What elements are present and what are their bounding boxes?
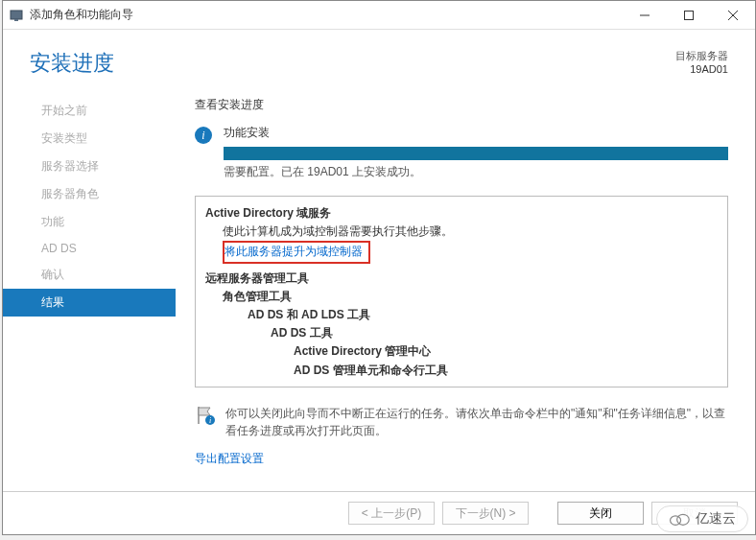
note-text: 你可以关闭此向导而不中断正在运行的任务。请依次单击命令栏中的"通知"和"任务详细… bbox=[225, 405, 728, 439]
window-controls bbox=[623, 1, 755, 30]
progress-bar bbox=[224, 147, 728, 160]
next-button: 下一步(N) > bbox=[442, 502, 529, 525]
main-panel: 查看安装进度 i 功能安装 需要配置。已在 19AD01 上安装成功。 Acti… bbox=[176, 87, 755, 491]
body-row: 开始之前 安装类型 服务器选择 服务器角色 功能 AD DS 确认 结果 查看安… bbox=[3, 87, 755, 491]
header-row: 安装进度 目标服务器 19AD01 bbox=[3, 30, 755, 87]
page-title: 安装进度 bbox=[30, 49, 675, 78]
app-icon bbox=[9, 8, 24, 23]
sidebar-item-confirmation: 确认 bbox=[3, 261, 176, 289]
info-icon: i bbox=[195, 127, 212, 144]
cloud-icon bbox=[669, 511, 690, 527]
minimize-button[interactable] bbox=[623, 1, 667, 30]
titlebar: 添加角色和功能向导 bbox=[3, 1, 755, 30]
rsat-ad-admin-center: Active Directory 管理中心 bbox=[205, 342, 718, 361]
sidebar-item-server-roles: 服务器角色 bbox=[3, 180, 176, 208]
target-server-value: 19AD01 bbox=[675, 63, 728, 75]
sidebar-item-features: 功能 bbox=[3, 208, 176, 236]
rsat-heading: 远程服务器管理工具 bbox=[205, 270, 718, 288]
sidebar-item-results[interactable]: 结果 bbox=[3, 289, 176, 317]
watermark-text: 亿速云 bbox=[696, 510, 736, 528]
wizard-window: 添加角色和功能向导 安装进度 目标服务器 19AD01 开始之前 安装类型 bbox=[2, 0, 756, 535]
ad-ds-subtext: 使此计算机成为域控制器需要执行其他步骤。 bbox=[205, 223, 718, 241]
watermark: 亿速云 bbox=[656, 505, 748, 532]
status-text: 功能安装 bbox=[224, 125, 728, 141]
section-label: 查看安装进度 bbox=[195, 97, 728, 113]
close-button[interactable] bbox=[711, 1, 755, 30]
svg-rect-4 bbox=[685, 11, 694, 19]
gp-management-heading: 组策略管理 bbox=[205, 386, 718, 387]
rsat-role-tools: 角色管理工具 bbox=[205, 288, 718, 306]
previous-button: < 上一步(P) bbox=[348, 502, 435, 525]
install-details: Active Directory 域服务 使此计算机成为域控制器需要执行其他步骤… bbox=[195, 196, 728, 387]
ad-ds-heading: Active Directory 域服务 bbox=[205, 204, 718, 223]
target-server-box: 目标服务器 19AD01 bbox=[675, 49, 728, 75]
target-server-label: 目标服务器 bbox=[675, 49, 728, 63]
svg-rect-0 bbox=[11, 11, 22, 19]
rsat-adds-tools: AD DS 工具 bbox=[205, 324, 718, 342]
status-message: 需要配置。已在 19AD01 上安装成功。 bbox=[224, 164, 728, 180]
close-wizard-button[interactable]: 关闭 bbox=[557, 502, 644, 525]
status-row: i 功能安装 需要配置。已在 19AD01 上安装成功。 bbox=[195, 125, 728, 190]
svg-rect-2 bbox=[14, 19, 18, 21]
content-area: 安装进度 目标服务器 19AD01 开始之前 安装类型 服务器选择 服务器角色 … bbox=[3, 30, 755, 534]
flag-icon: i bbox=[195, 405, 216, 426]
sidebar-item-before-you-begin: 开始之前 bbox=[3, 97, 176, 125]
note-row: i 你可以关闭此向导而不中断正在运行的任务。请依次单击命令栏中的"通知"和"任务… bbox=[195, 405, 728, 439]
svg-text:i: i bbox=[209, 416, 211, 425]
rsat-adds-adlds: AD DS 和 AD LDS 工具 bbox=[205, 306, 718, 324]
sidebar-item-install-type: 安装类型 bbox=[3, 125, 176, 153]
svg-point-10 bbox=[677, 514, 690, 525]
footer: < 上一步(P) 下一步(N) > 关闭 取消 bbox=[3, 491, 755, 534]
sidebar: 开始之前 安装类型 服务器选择 服务器角色 功能 AD DS 确认 结果 bbox=[3, 87, 176, 491]
sidebar-item-server-selection: 服务器选择 bbox=[3, 153, 176, 180]
sidebar-item-ad-ds: AD DS bbox=[3, 236, 176, 261]
promote-highlight: 将此服务器提升为域控制器 bbox=[223, 241, 370, 263]
promote-domain-controller-link[interactable]: 将此服务器提升为域控制器 bbox=[224, 245, 363, 258]
rsat-adds-snapins: AD DS 管理单元和命令行工具 bbox=[205, 362, 718, 380]
export-config-link[interactable]: 导出配置设置 bbox=[195, 451, 728, 467]
window-title: 添加角色和功能向导 bbox=[30, 7, 623, 23]
maximize-button[interactable] bbox=[667, 1, 711, 30]
